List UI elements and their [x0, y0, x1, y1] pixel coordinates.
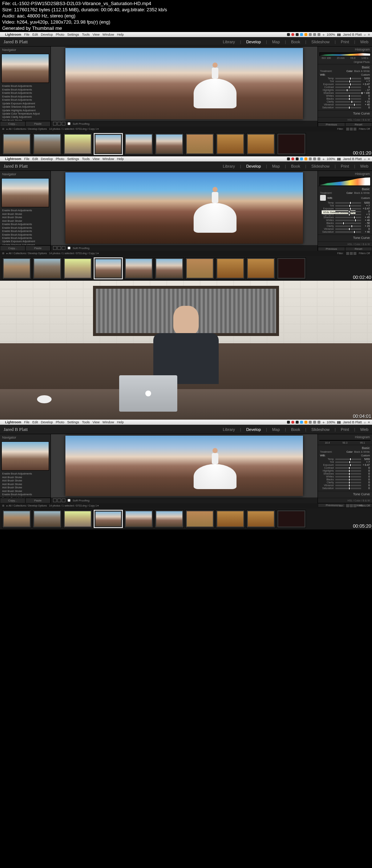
slider-track[interactable]	[335, 78, 361, 79]
history-step[interactable]: Enable Brush Adjustments	[1, 95, 49, 98]
spotlight-icon[interactable]: ⌕	[364, 33, 366, 36]
slider-value[interactable]: 5203	[363, 77, 370, 80]
histogram-display[interactable]	[319, 440, 371, 441]
module-print[interactable]: Print	[341, 40, 349, 44]
menu-window[interactable]: Window	[102, 157, 114, 161]
slider-value[interactable]: 0	[363, 487, 370, 489]
history-step[interactable]: Update Clarity Adjustment	[1, 115, 49, 119]
module-map[interactable]: Map	[272, 164, 280, 168]
menu-view[interactable]: View	[93, 33, 100, 36]
filter-flags[interactable]	[346, 128, 357, 131]
slider-exposure[interactable]: Exposure+ 0.47	[320, 207, 370, 210]
slider-value[interactable]: + 0.47	[363, 207, 370, 210]
tone-curve-header[interactable]: Tone Curve	[320, 236, 370, 240]
slider-track[interactable]	[335, 461, 361, 463]
module-library[interactable]: Library	[223, 40, 235, 44]
slider-value[interactable]: 0	[363, 95, 370, 97]
slider-temp[interactable]: Temp5203	[320, 458, 370, 460]
slider-value[interactable]: 0	[363, 484, 370, 487]
navigator-preview[interactable]	[1, 54, 49, 83]
filmstrip-thumb[interactable]	[216, 257, 245, 279]
module-slideshow[interactable]: Slideshow	[311, 427, 329, 432]
slider-track[interactable]	[335, 87, 361, 88]
slider-track[interactable]	[335, 459, 361, 460]
slider-blacks[interactable]: Blacks0	[320, 478, 370, 481]
history-step[interactable]: Update Highlights Adjustment	[1, 109, 49, 112]
slider-value[interactable]: 5203	[363, 201, 370, 204]
module-web[interactable]: Web	[360, 427, 368, 432]
slider-track[interactable]	[335, 98, 361, 100]
history-step[interactable]: Enable Brush Adjustments	[1, 98, 49, 101]
slider-track[interactable]	[335, 225, 361, 227]
menu-photo[interactable]: Photo	[56, 420, 65, 424]
slider-shadows[interactable]: Shadows+ 45	[320, 216, 370, 219]
slider-tint[interactable]: Tint+ 7	[320, 80, 370, 83]
menu-view[interactable]: View	[93, 420, 100, 424]
wifi-icon[interactable]: ⏚	[323, 157, 324, 161]
slider-value[interactable]: + 0.47	[363, 83, 370, 85]
slider-value[interactable]: + 0.47	[363, 464, 370, 466]
compare-view-icon[interactable]	[57, 246, 61, 250]
slider-clarity[interactable]: Clarity0	[320, 481, 370, 484]
filmstrip-thumb-selected[interactable]	[94, 257, 123, 279]
slider-track[interactable]	[335, 470, 361, 472]
slider-value[interactable]: 0	[363, 106, 370, 109]
treatment-bw[interactable]: Black & White	[354, 192, 370, 194]
slider-tint[interactable]: Tint+ 7	[320, 204, 370, 207]
compare-view-icon[interactable]	[57, 499, 61, 502]
menu-photo[interactable]: Photo	[56, 157, 65, 161]
slider-track[interactable]	[335, 485, 361, 486]
menu-file[interactable]: File	[24, 157, 30, 161]
histogram-display[interactable]	[319, 52, 371, 56]
menu-extras-icon[interactable]: ≡	[368, 33, 370, 36]
slider-track[interactable]	[335, 205, 361, 207]
menu-window[interactable]: Window	[102, 420, 114, 424]
module-print[interactable]: Print	[341, 164, 349, 168]
slider-value[interactable]: + 45	[363, 216, 370, 219]
slider-value[interactable]: + 7	[363, 461, 370, 463]
slider-clarity[interactable]: Clarity+ 23	[320, 225, 370, 227]
photo-count-label[interactable]: 14 photos / 1 selected / 0733.dng / Copy…	[49, 128, 99, 131]
app-name[interactable]: Lightroom	[5, 33, 21, 36]
wifi-icon[interactable]: ⏚	[323, 33, 324, 36]
filmstrip-thumb[interactable]	[185, 257, 214, 279]
filter-flags[interactable]	[346, 504, 357, 508]
slider-value[interactable]: + 48	[363, 219, 370, 221]
slider-track[interactable]	[335, 107, 361, 108]
spotlight-icon[interactable]: ⌕	[364, 420, 366, 424]
filmstrip-thumb[interactable]	[2, 510, 31, 528]
filmstrip-thumb[interactable]	[246, 133, 275, 155]
photo-count-label[interactable]: 14 photos / 1 selected / 0733.dng / Copy…	[49, 252, 99, 255]
navigator-header[interactable]: Navigator	[2, 172, 16, 176]
menu-photo[interactable]: Photo	[56, 33, 65, 36]
slider-vibrance[interactable]: Vibrance0	[320, 484, 370, 487]
reset-button[interactable]: Reset	[345, 247, 372, 251]
tone-curve-header[interactable]: Tone Curve	[320, 112, 370, 115]
soft-proofing-checkbox[interactable]	[68, 247, 70, 249]
menu-help[interactable]: Help	[117, 157, 124, 161]
develop-loupe-image[interactable]	[65, 172, 303, 244]
history-step[interactable]: Enable Brush Adjustments	[1, 233, 49, 236]
paste-button[interactable]: Paste	[25, 245, 51, 251]
filmstrip-thumb[interactable]	[33, 133, 62, 155]
slider-track[interactable]	[335, 488, 361, 489]
wb-preset-dropdown[interactable]: Custom	[327, 454, 370, 457]
history-step[interactable]: Add Brush Stroke	[1, 486, 49, 489]
slider-track[interactable]	[335, 228, 361, 230]
menu-edit[interactable]: Edit	[32, 157, 38, 161]
module-develop[interactable]: Develop	[246, 427, 261, 432]
slider-track[interactable]	[335, 482, 361, 483]
filmstrip-thumb[interactable]	[185, 133, 214, 155]
filmstrip-thumb[interactable]	[124, 257, 153, 279]
develop-loupe-image[interactable]	[65, 48, 303, 119]
soft-proofing-checkbox[interactable]	[68, 499, 70, 502]
slider-value[interactable]: 0	[363, 469, 370, 472]
slider-value[interactable]: + 23	[363, 225, 370, 227]
slider-track[interactable]	[335, 81, 361, 82]
slider-blacks[interactable]: Blacks- 50	[320, 222, 370, 224]
history-step[interactable]: Enable Brush Adjustments	[1, 229, 49, 233]
menu-edit[interactable]: Edit	[32, 420, 38, 424]
slider-track[interactable]	[335, 214, 361, 215]
slider-track[interactable]	[335, 473, 361, 475]
slider-value[interactable]: + 23	[363, 100, 370, 103]
